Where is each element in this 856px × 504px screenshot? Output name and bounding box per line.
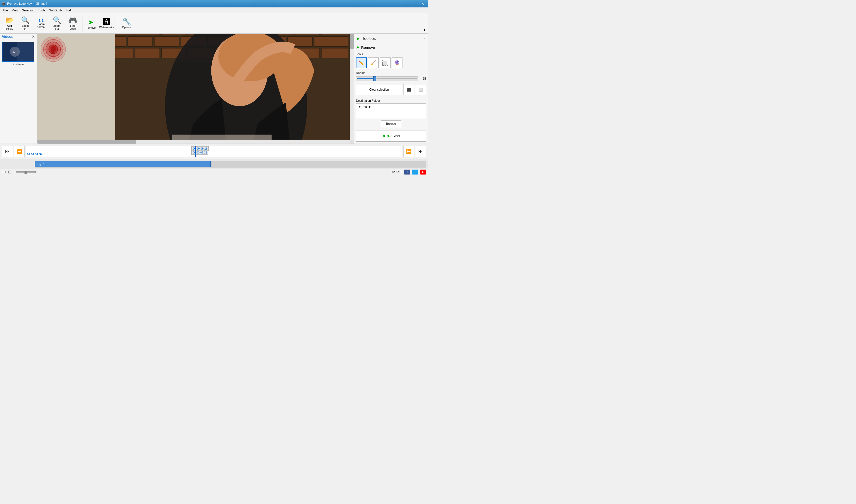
radius-fill bbox=[357, 78, 375, 79]
remove-icon: ➤ bbox=[88, 18, 93, 26]
radius-thumb[interactable] bbox=[373, 76, 376, 81]
timeline-current-time-2: 00:00:09 22 bbox=[191, 150, 208, 155]
go-to-end-button[interactable]: ⏭ bbox=[415, 146, 426, 157]
zoom-normal-button[interactable]: 1:1 Zoom normal bbox=[34, 15, 49, 32]
svg-rect-33 bbox=[321, 34, 348, 35]
maximize-button[interactable]: □ bbox=[413, 1, 419, 6]
tools-row: ✏️ 🧹 ⬜ 🔮 bbox=[356, 57, 426, 68]
vertical-scroll-thumb[interactable] bbox=[350, 34, 354, 49]
pencil-tool-button[interactable]: ✏️ bbox=[356, 57, 367, 68]
step-back-button[interactable]: ⏪ bbox=[14, 146, 25, 157]
timeline-right-buttons: ⏩ ⏭ bbox=[403, 146, 426, 157]
videos-panel-close[interactable]: ✕ bbox=[32, 35, 35, 39]
vertical-scrollbar[interactable] bbox=[350, 34, 354, 140]
selection-tool-button[interactable]: ⬜ bbox=[380, 57, 391, 68]
start-button[interactable]: ➤➤ Start bbox=[356, 130, 426, 142]
eraser-tool-button[interactable]: 🧹 bbox=[368, 57, 379, 68]
minimize-button[interactable]: — bbox=[406, 1, 412, 6]
horizontal-scrollbar[interactable] bbox=[37, 140, 350, 144]
zoom-slider-thumb[interactable] bbox=[24, 171, 27, 174]
options-button[interactable]: 🔧 Options bbox=[119, 15, 134, 32]
logo-segment-end-marker bbox=[211, 161, 211, 167]
close-button[interactable]: ✕ bbox=[420, 1, 426, 6]
watermark-logo bbox=[40, 36, 69, 65]
svg-rect-27 bbox=[161, 34, 186, 35]
timeline-position-indicator bbox=[195, 146, 196, 157]
toolbox-header: ➤ Toolbox ✕ bbox=[356, 36, 426, 41]
timeline-start-time: 00:00:00 00 bbox=[27, 153, 41, 156]
svg-rect-42 bbox=[314, 37, 348, 47]
remove-section-title: Remove bbox=[361, 45, 375, 50]
toolbox-title-text: Toolbox bbox=[362, 36, 376, 41]
toolbar-more-icon[interactable]: ▼ bbox=[423, 28, 426, 32]
zoom-out-button[interactable]: 🔍 Zoom out bbox=[50, 15, 64, 32]
video-area[interactable] bbox=[37, 34, 354, 144]
radius-section-label: Radius bbox=[356, 71, 426, 75]
select-all-button[interactable]: ⬛ bbox=[403, 84, 414, 95]
menu-help[interactable]: Help bbox=[64, 8, 74, 13]
zoom-out-small-button[interactable]: − bbox=[13, 170, 15, 174]
svg-rect-56 bbox=[172, 135, 271, 140]
main-content: Videos ✕ ▶ Girl.mp4 bbox=[0, 34, 428, 144]
thumbnail-svg: ▶ bbox=[2, 42, 34, 61]
zoom-in-button[interactable]: 🔍 Zoom in bbox=[18, 15, 33, 32]
zoom-out-icon: 🔍 bbox=[53, 17, 61, 24]
zoom-normal-label-text: 1:1 bbox=[39, 19, 43, 22]
youtube-icon[interactable]: ▶ bbox=[420, 169, 426, 175]
add-files-icon: 📂 bbox=[5, 17, 14, 24]
find-logo-icon: 🎮 bbox=[69, 17, 77, 24]
go-to-start-button[interactable]: ⏮ bbox=[2, 146, 13, 157]
menu-file[interactable]: File bbox=[1, 8, 10, 13]
zoom-slider[interactable] bbox=[16, 171, 36, 173]
lasso-tool-button[interactable]: 🔮 bbox=[392, 57, 403, 68]
destination-folder-label: Destination Folder bbox=[356, 99, 426, 103]
find-logo-button[interactable]: 🎮 Find Logo bbox=[65, 15, 80, 32]
remove-arrow-icon: ➤ bbox=[356, 44, 360, 50]
add-files-button[interactable]: 📂 Add File(s)... bbox=[2, 15, 17, 32]
app-icon: 🎬 bbox=[2, 2, 6, 5]
lasso-icon: 🔮 bbox=[394, 60, 400, 66]
title-bar: 🎬 Remove Logo Now! - Girl.mp4 — □ ✕ bbox=[0, 0, 428, 7]
clear-selection-button[interactable]: Clear selection bbox=[356, 84, 402, 95]
videos-panel-title: Videos bbox=[2, 35, 13, 39]
radius-slider[interactable] bbox=[356, 76, 418, 81]
menu-bar: File View Selection Tools SoftOrbits Hel… bbox=[0, 7, 428, 13]
svg-rect-4 bbox=[2, 42, 34, 61]
facebook-icon[interactable]: f bbox=[404, 169, 410, 175]
video-thumbnail[interactable]: ▶ Girl.mp4 bbox=[2, 42, 35, 66]
invert-selection-button[interactable]: ⬜ bbox=[415, 84, 426, 95]
browse-button[interactable]: Browse bbox=[381, 120, 401, 127]
eraser-icon: 🧹 bbox=[371, 60, 376, 66]
step-forward-button[interactable]: ⏩ bbox=[403, 146, 414, 157]
twitter-icon[interactable]: 🐦 bbox=[412, 169, 418, 175]
svg-rect-32 bbox=[295, 34, 320, 35]
timeline-track[interactable]: 00:00:00 00 00:00:09 18 00:00:09 22 bbox=[26, 146, 402, 157]
zoom-level-display: 1:1 bbox=[2, 170, 6, 174]
video-thumb-image: ▶ bbox=[2, 42, 34, 61]
fit-view-icon[interactable]: ⊡ bbox=[8, 169, 12, 174]
menu-view[interactable]: View bbox=[10, 8, 20, 13]
zoom-in-small-button[interactable]: + bbox=[36, 170, 38, 174]
step-back-icon: ⏪ bbox=[17, 149, 22, 154]
watermarks-button[interactable]: 🅰 Watermarks bbox=[98, 15, 115, 32]
pencil-icon: ✏️ bbox=[359, 60, 364, 66]
logo-segment[interactable]: Logo 1 bbox=[35, 161, 211, 167]
menu-tools[interactable]: Tools bbox=[36, 8, 47, 13]
timeline-area: ⏮ ⏪ 00:00:00 00 00:00:09 18 00:00:09 22 … bbox=[0, 144, 428, 168]
svg-rect-51 bbox=[321, 48, 348, 58]
title-bar-left: 🎬 Remove Logo Now! - Girl.mp4 bbox=[2, 2, 47, 5]
status-bar: 1:1 ⊡ − + 00:00:18 f 🐦 ▶ bbox=[0, 168, 428, 175]
start-label: Start bbox=[393, 134, 400, 138]
toolbox-close-button[interactable]: ✕ bbox=[424, 37, 426, 40]
timeline-controls: ⏮ ⏪ 00:00:00 00 00:00:09 18 00:00:09 22 … bbox=[0, 144, 428, 159]
zoom-controls: ⊡ bbox=[8, 169, 12, 174]
svg-rect-35 bbox=[128, 37, 153, 47]
toolbar: 📂 Add File(s)... 🔍 Zoom in 1:1 Zoom norm… bbox=[0, 13, 428, 34]
remove-button[interactable]: ➤ Remove bbox=[85, 15, 97, 32]
logo-track[interactable]: Logo 1 bbox=[35, 161, 426, 167]
horizontal-scroll-thumb[interactable] bbox=[37, 140, 137, 144]
menu-selection[interactable]: Selection bbox=[20, 8, 36, 13]
menu-softorbits[interactable]: SoftOrbits bbox=[47, 8, 64, 13]
video-frame bbox=[37, 34, 350, 140]
radius-track bbox=[357, 78, 417, 79]
